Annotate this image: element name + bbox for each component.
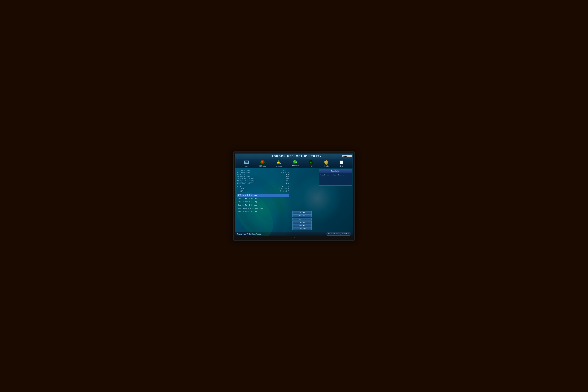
exit-icon [338,160,344,165]
setting-cpu-fan-12[interactable]: CPU Fan 1 & 2 Setting [237,194,289,197]
dropdown-option-0[interactable]: Full On [292,211,312,214]
bios-screen: ASROCK UEFI SETUP UTILITY English ▼ [235,154,353,236]
cpu-temp-value: : 33.5 °C [279,170,289,171]
chassis-fan1-label: Chassis Fan 1 Speed [237,178,254,179]
chevron-down-icon: ▼ [349,156,350,157]
dropdown-option-5[interactable]: Disabled [292,227,312,230]
main-content: CPU Temperature : 33.5 °C M/B Temperatur… [235,168,353,232]
settings-list: CPU Fan 1 & 2 Setting Chassis Fan 1 Sett… [237,194,289,213]
description-body: Quiet Fan Function Control [319,173,352,186]
cpu-fan2-row: CPU Fan 2 Speed : N/A [237,176,289,178]
cpu-fan2-value: : N/A [279,176,289,178]
dropdown-option-4[interactable]: Enabled [292,224,312,227]
mb-temp-row: M/B Temperature : 30.0 °C [237,171,289,173]
hwmon-icon [292,160,298,165]
cpu-fan1-label: CPU Fan 1 Speed [237,174,250,176]
nav-label-advanced: Advanced [276,165,282,167]
mb-temp-value: : 30.0 °C [279,171,289,173]
svg-point-8 [260,160,265,165]
description-title: Description [319,169,352,173]
footer-slogan: Tomorrow's Technology Today [237,233,261,235]
chassis-fan3-label: Chassis Fan 3 Speed [237,181,254,183]
v33-row: + 3.30V : +3.296 V [237,191,289,193]
setting-chassis-fan3[interactable]: Chassis Fan 3 Setting [237,204,289,207]
v5-label: + 5.00V [237,189,243,191]
svg-text:/SReck: /SReck [244,162,248,163]
v5-row: + 5.00V : +5.040 V [237,189,289,191]
language-value: English [342,156,348,157]
chassis-fan1-row: Chassis Fan 1 Speed : N/A [237,178,289,179]
nav-label-boot: Boot [310,165,312,167]
voltage-section: Vcore : +1.072 V + 12.00V : +12.249 V + … [237,186,289,193]
chassis-fan2-label: Chassis Fan 2 Speed [237,180,254,181]
chassis-fan2-row: Chassis Fan 2 Speed : N/A [237,180,289,181]
nav-label-hwmonitor: H/W Monitor [291,165,299,167]
svg-point-19 [310,162,312,163]
nav-label-oc: OC Tweaker [259,165,266,167]
dropdown-option-1[interactable]: Full On [292,214,312,217]
dropdown-option-2[interactable]: Level 4 [292,218,312,220]
svg-rect-22 [340,161,343,164]
bios-title: ASROCK UEFI SETUP UTILITY [252,154,342,158]
chassis-fan3-value: : N/A [279,181,289,183]
nav-item-oc[interactable]: OC Tweaker [258,160,268,168]
mb-temp-label: M/B Temperature [237,171,250,173]
vcore-value: : +1.072 V [279,186,289,187]
power-fan-label: Power Fan Speed [237,183,250,185]
chassis-fan1-value: : N/A [279,178,289,179]
nav-item-advanced[interactable]: Advanced [274,160,283,168]
nav-menu: /SReck Main [236,158,352,168]
monitor-bottom: DOLL [235,236,353,238]
v33-value: : +3.296 V [279,191,289,193]
vcore-label: Vcore [237,186,241,187]
v5-value: : +5.040 V [279,189,289,191]
setting-over-temp[interactable]: Over Temperature Protection [237,207,289,210]
monitor: ASROCK UEFI SETUP UTILITY English ▼ [233,152,355,241]
footer: Tomorrow's Technology Today Thu 05/05/20… [235,232,353,236]
cpu-fan2-label: CPU Fan 2 Speed [237,176,250,178]
vcore-row: Vcore : +1.072 V [237,186,289,187]
svg-rect-5 [245,164,248,164]
cpu-fan1-value: : N/A [279,174,289,176]
main-icon: /SReck [244,160,250,165]
nav-item-exit[interactable]: Exit [338,160,346,168]
cpu-temp-row: CPU Temperature : 33.5 °C [237,170,289,171]
nav-label-exit: Exit [340,165,342,167]
setting-chassis-fan2[interactable]: Chassis Fan 2 Setting [237,200,289,204]
nav-item-hwmonitor[interactable]: H/W Monitor [290,159,300,168]
svg-rect-6 [245,164,248,164]
nav-item-boot[interactable]: Boot [307,160,315,168]
cpu-fan1-row: CPU Fan 1 Speed : N/A [237,174,289,176]
description-panel: Description Quiet Fan Function Control [319,169,352,186]
v12-row: + 12.00V : +12.249 V [237,188,289,189]
oc-icon [260,160,266,165]
chassis-fan3-row: Chassis Fan 3 Speed : N/A [237,181,289,183]
header: ASROCK UEFI SETUP UTILITY English ▼ [235,154,353,168]
nav-label-main: Main [245,165,248,167]
title-bar: ASROCK UEFI SETUP UTILITY English ▼ [236,154,352,158]
nav-item-main[interactable]: /SReck Main [242,160,250,168]
advanced-icon [276,160,282,165]
setting-dehumidifier[interactable]: Dehumidifier Function [237,210,289,213]
nav-item-security[interactable]: Security [322,160,330,168]
svg-point-11 [278,162,280,163]
cpu-temp-label: CPU Temperature [237,170,250,171]
dropdown-option-3[interactable]: Full On [292,221,312,224]
temperature-section: CPU Temperature : 33.5 °C M/B Temperatur… [237,170,289,173]
language-selector[interactable]: English ▼ [342,155,352,157]
chassis-fan2-value: : N/A [279,180,289,181]
footer-datetime: Thu 05/05/2016, 22:28:38 [326,232,351,236]
nav-label-security: Security [324,165,329,167]
boot-icon [308,160,314,165]
fan-section: CPU Fan 1 Speed : N/A CPU Fan 2 Speed : … [237,174,289,185]
security-icon [323,160,329,165]
power-fan-value: : N/A [279,183,289,185]
v12-value: : +12.249 V [279,188,289,189]
left-panel: CPU Temperature : 33.5 °C M/B Temperatur… [235,168,291,232]
v33-label: + 3.30V [237,191,243,193]
setting-chassis-fan1[interactable]: Chassis Fan 1 Setting [237,197,289,200]
power-fan-row: Power Fan Speed : N/A [237,183,289,185]
v12-label: + 12.00V [237,188,244,189]
monitor-brand-label: DOLL [291,236,297,238]
